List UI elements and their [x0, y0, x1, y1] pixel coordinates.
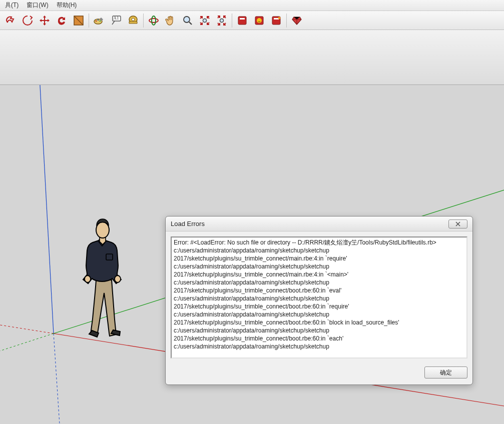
menu-window[interactable]: 窗口(W) — [23, 0, 52, 10]
select-icon[interactable] — [3, 12, 19, 28]
paint-icon[interactable] — [91, 12, 107, 28]
dialog-footer: 确定 — [166, 364, 472, 384]
svg-point-26 — [96, 222, 109, 238]
load-errors-dialog: Load Errors Error: #<LoadError: No such … — [165, 216, 473, 385]
viewport[interactable]: Load Errors Error: #<LoadError: No such … — [0, 85, 504, 424]
svg-point-28 — [115, 276, 121, 282]
svg-line-24 — [0, 334, 54, 359]
menu-tools[interactable]: 具(T) — [1, 0, 23, 10]
dialog-title-text: Load Errors — [171, 220, 205, 228]
toolbar-separator — [89, 14, 89, 28]
ribbon-strip — [0, 30, 504, 85]
hand-icon[interactable] — [163, 12, 179, 28]
text-label-icon[interactable]: A1 — [108, 12, 124, 28]
book-red-icon[interactable] — [234, 12, 250, 28]
close-icon — [455, 222, 461, 226]
svg-rect-25 — [106, 254, 113, 260]
svg-rect-13 — [238, 16, 246, 24]
rotate3d-icon[interactable] — [20, 12, 36, 28]
dialog-body: Error: #<LoadError: No such file or dire… — [166, 232, 472, 364]
svg-point-4 — [100, 20, 101, 22]
book-new-icon[interactable] — [268, 12, 284, 28]
tape-icon[interactable] — [125, 12, 141, 28]
book-smile-icon[interactable] — [251, 12, 267, 28]
refresh-icon[interactable] — [54, 12, 70, 28]
plane-icon[interactable] — [71, 12, 87, 28]
text-label-badge: A1 — [114, 16, 119, 20]
menubar: 具(T) 窗口(W) 帮助(H) — [0, 0, 504, 11]
zoom-icon[interactable] — [180, 12, 196, 28]
scale-figure-person — [75, 215, 130, 340]
svg-point-12 — [220, 18, 224, 22]
svg-point-3 — [98, 19, 99, 20]
toolbar-separator — [143, 14, 144, 28]
svg-point-27 — [85, 276, 91, 282]
svg-rect-14 — [240, 18, 245, 20]
orbit-icon[interactable] — [146, 12, 162, 28]
svg-line-22 — [0, 321, 54, 334]
close-button[interactable] — [448, 220, 467, 228]
svg-point-10 — [184, 16, 190, 22]
zoom-window-icon[interactable] — [214, 12, 230, 28]
svg-point-11 — [203, 18, 207, 22]
svg-line-20 — [54, 334, 60, 424]
svg-point-7 — [132, 18, 135, 20]
toolbar-separator — [286, 14, 287, 28]
ok-button[interactable]: 确定 — [424, 366, 467, 378]
svg-point-16 — [257, 18, 262, 23]
menu-help[interactable]: 帮助(H) — [53, 0, 81, 10]
svg-point-2 — [96, 20, 97, 22]
svg-point-8 — [149, 18, 158, 22]
svg-line-19 — [38, 85, 54, 334]
error-text-area[interactable]: Error: #<LoadError: No such file or dire… — [171, 236, 467, 358]
toolbar-separator — [232, 14, 232, 28]
ruby-icon[interactable] — [289, 12, 305, 28]
move-icon[interactable] — [37, 12, 53, 28]
svg-point-9 — [152, 16, 156, 25]
dialog-titlebar[interactable]: Load Errors — [166, 216, 472, 232]
toolbar: A1 — [0, 11, 504, 30]
zoom-extents-icon[interactable] — [197, 12, 213, 28]
